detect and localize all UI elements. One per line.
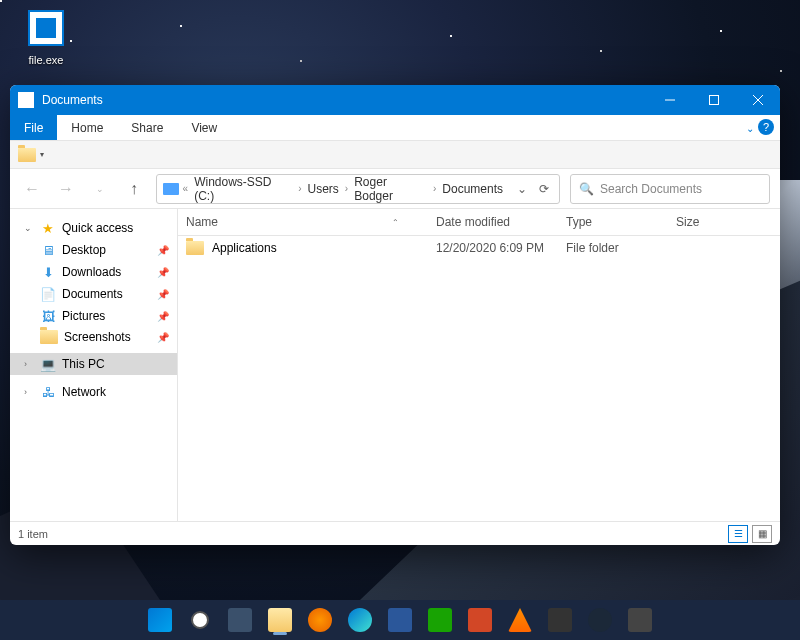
- menu-file[interactable]: File: [10, 115, 57, 140]
- navigation-bar: ← → ⌄ ↑ « Windows-SSD (C:) › Users › Rog…: [10, 169, 780, 209]
- file-type: File folder: [558, 241, 668, 255]
- breadcrumb-segment[interactable]: Users: [306, 180, 341, 198]
- taskbar-word[interactable]: [381, 604, 419, 636]
- pin-icon: 📌: [157, 267, 169, 278]
- file-explorer-window: Documents File Home Share View ⌄ ? ▾ ← →…: [10, 85, 780, 545]
- menu-view[interactable]: View: [177, 115, 231, 140]
- pc-icon: 💻: [40, 356, 56, 372]
- sidebar-item-label: Downloads: [62, 265, 121, 279]
- sidebar-network[interactable]: › 🖧 Network: [10, 381, 177, 403]
- pin-icon: 📌: [157, 332, 169, 343]
- ribbon-collapse-icon[interactable]: ⌄: [746, 123, 754, 134]
- breadcrumb-segment[interactable]: Roger Bodger: [352, 173, 429, 205]
- column-size[interactable]: Size: [668, 209, 780, 235]
- search-icon: 🔍: [579, 182, 594, 196]
- chevron-right-icon: ›: [433, 183, 436, 194]
- column-headers: Name ⌃ Date modified Type Size: [178, 209, 780, 236]
- navigation-pane: ⌄ ★ Quick access 🖥 Desktop 📌 ⬇ Downloads…: [10, 209, 178, 521]
- sidebar-this-pc[interactable]: › 💻 This PC: [10, 353, 177, 375]
- taskbar-app2[interactable]: [621, 604, 659, 636]
- column-type[interactable]: Type: [558, 209, 668, 235]
- file-name: Applications: [212, 241, 277, 255]
- taskbar-steam[interactable]: [581, 604, 619, 636]
- folder-icon: [18, 148, 36, 162]
- recent-dropdown[interactable]: ⌄: [88, 177, 112, 201]
- taskbar-vlc[interactable]: [501, 604, 539, 636]
- minimize-button[interactable]: [648, 85, 692, 115]
- pin-icon: 📌: [157, 289, 169, 300]
- file-date: 12/20/2020 6:09 PM: [428, 241, 558, 255]
- desktop-icon: 🖥: [40, 242, 56, 258]
- network-icon: 🖧: [40, 384, 56, 400]
- menubar: File Home Share View ⌄ ?: [10, 115, 780, 141]
- sidebar-item-label: Network: [62, 385, 106, 399]
- titlebar[interactable]: Documents: [10, 85, 780, 115]
- taskbar-firefox[interactable]: [301, 604, 339, 636]
- desktop-icon-label: file.exe: [29, 54, 64, 66]
- address-bar[interactable]: « Windows-SSD (C:) › Users › Roger Bodge…: [156, 174, 560, 204]
- documents-icon: [18, 92, 34, 108]
- start-button[interactable]: [141, 604, 179, 636]
- menu-home[interactable]: Home: [57, 115, 117, 140]
- downloads-icon: ⬇: [40, 264, 56, 280]
- sidebar-item-desktop[interactable]: 🖥 Desktop 📌: [10, 239, 177, 261]
- sidebar-item-label: Screenshots: [64, 330, 131, 344]
- chevron-right-icon: ›: [298, 183, 301, 194]
- sidebar-item-label: Pictures: [62, 309, 105, 323]
- details-view-button[interactable]: ☰: [728, 525, 748, 543]
- search-placeholder: Search Documents: [600, 182, 702, 196]
- folder-icon: [186, 241, 204, 255]
- thumbnails-view-button[interactable]: ▦: [752, 525, 772, 543]
- folder-icon: [40, 330, 58, 344]
- sidebar-item-documents[interactable]: 📄 Documents 📌: [10, 283, 177, 305]
- sort-indicator-icon: ⌃: [392, 218, 399, 227]
- sidebar-item-screenshots[interactable]: Screenshots 📌: [10, 327, 177, 347]
- collapse-icon[interactable]: ⌄: [24, 223, 34, 233]
- svg-rect-1: [710, 96, 719, 105]
- sidebar-quick-access[interactable]: ⌄ ★ Quick access: [10, 217, 177, 239]
- file-list: Name ⌃ Date modified Type Size Applicati…: [178, 209, 780, 521]
- sidebar-item-label: Documents: [62, 287, 123, 301]
- chevron-icon: «: [183, 183, 189, 194]
- window-title: Documents: [42, 93, 103, 107]
- column-name[interactable]: Name ⌃: [178, 209, 428, 235]
- address-dropdown-icon[interactable]: ⌄: [513, 182, 531, 196]
- expand-icon[interactable]: ›: [24, 387, 34, 397]
- breadcrumb-segment[interactable]: Windows-SSD (C:): [192, 173, 294, 205]
- forward-button[interactable]: →: [54, 177, 78, 201]
- file-row[interactable]: Applications 12/20/2020 6:09 PM File fol…: [178, 236, 780, 260]
- item-count: 1 item: [18, 528, 48, 540]
- maximize-button[interactable]: [692, 85, 736, 115]
- qat-dropdown-icon[interactable]: ▾: [40, 150, 44, 159]
- expand-icon[interactable]: ›: [24, 359, 34, 369]
- sidebar-item-label: Desktop: [62, 243, 106, 257]
- refresh-button[interactable]: ⟳: [535, 182, 553, 196]
- task-view-button[interactable]: [221, 604, 259, 636]
- pin-icon: 📌: [157, 311, 169, 322]
- up-button[interactable]: ↑: [122, 177, 146, 201]
- desktop-shortcut-file-exe[interactable]: file.exe: [18, 10, 74, 68]
- sidebar-item-label: This PC: [62, 357, 105, 371]
- taskbar-libreoffice[interactable]: [421, 604, 459, 636]
- taskbar: [0, 600, 800, 640]
- help-button[interactable]: ?: [758, 119, 774, 135]
- taskbar-powerpoint[interactable]: [461, 604, 499, 636]
- search-button[interactable]: [181, 604, 219, 636]
- taskbar-explorer[interactable]: [261, 604, 299, 636]
- sidebar-item-downloads[interactable]: ⬇ Downloads 📌: [10, 261, 177, 283]
- status-bar: 1 item ☰ ▦: [10, 521, 780, 545]
- column-date[interactable]: Date modified: [428, 209, 558, 235]
- pictures-icon: 🖼: [40, 308, 56, 324]
- taskbar-edge[interactable]: [341, 604, 379, 636]
- star-icon: ★: [40, 220, 56, 236]
- menu-share[interactable]: Share: [117, 115, 177, 140]
- taskbar-app[interactable]: [541, 604, 579, 636]
- close-button[interactable]: [736, 85, 780, 115]
- breadcrumb-segment[interactable]: Documents: [440, 180, 505, 198]
- sidebar-item-label: Quick access: [62, 221, 133, 235]
- back-button[interactable]: ←: [20, 177, 44, 201]
- search-input[interactable]: 🔍 Search Documents: [570, 174, 770, 204]
- sidebar-item-pictures[interactable]: 🖼 Pictures 📌: [10, 305, 177, 327]
- pin-icon: 📌: [157, 245, 169, 256]
- drive-icon: [163, 183, 179, 195]
